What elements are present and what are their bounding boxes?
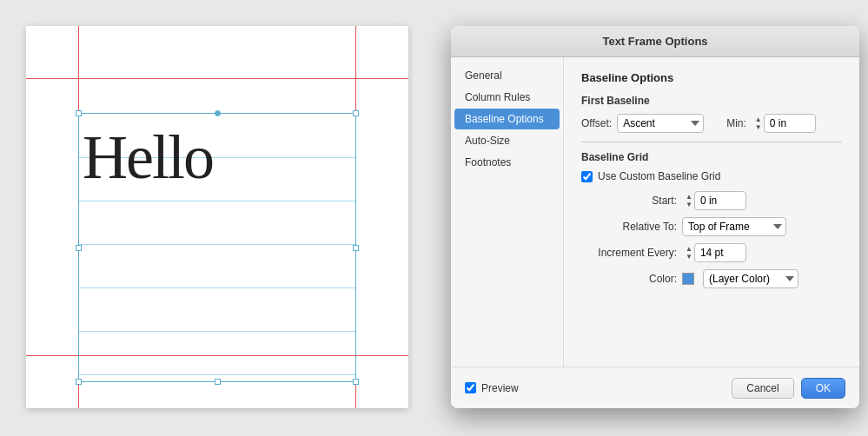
baseline-line-2	[79, 201, 355, 201]
increment-row: Increment Every: ▲ ▼	[581, 243, 842, 262]
offset-row: Offset: Ascent Cap Height Leading x Heig…	[581, 114, 842, 133]
footer-buttons: Cancel OK	[732, 378, 845, 399]
color-row: Color: (Layer Color) Black Blue Red	[581, 269, 842, 288]
baseline-line-5	[79, 331, 355, 332]
min-spinner-arrows[interactable]: ▲ ▼	[753, 116, 764, 131]
handle-bottom-right[interactable]	[353, 379, 359, 385]
ok-button[interactable]: OK	[801, 378, 845, 399]
start-row: Start: ▲ ▼	[581, 191, 842, 210]
start-up-arrow[interactable]: ▲	[684, 193, 694, 201]
preview-label: Preview	[481, 382, 519, 394]
start-spinner: ▲ ▼	[682, 191, 746, 210]
dialog-titlebar: Text Frame Options	[451, 26, 859, 57]
hello-text: Hello	[83, 122, 213, 194]
main-content: Baseline Options First Baseline Offset: …	[564, 57, 859, 367]
divider	[581, 142, 842, 142]
min-label: Min:	[726, 117, 746, 129]
offset-label: Offset:	[581, 117, 612, 129]
handle-middle-right[interactable]	[353, 245, 359, 251]
relative-to-row: Relative To: Top of Frame Top of Page To…	[581, 217, 842, 236]
min-spinner: ▲ ▼	[752, 114, 816, 133]
color-label: Color:	[581, 273, 677, 285]
margin-top-line	[26, 78, 408, 79]
sidebar-item-general[interactable]: General	[454, 65, 560, 86]
start-input[interactable]	[694, 191, 746, 210]
section-title: Baseline Options	[581, 71, 842, 84]
baseline-line-4	[79, 287, 355, 288]
dialog-footer: Preview Cancel OK	[451, 367, 859, 408]
color-select[interactable]: (Layer Color) Black Blue Red	[703, 269, 798, 288]
use-custom-row: Use Custom Baseline Grid	[581, 170, 842, 182]
increment-label: Increment Every:	[581, 247, 677, 259]
use-custom-label: Use Custom Baseline Grid	[598, 170, 720, 182]
handle-top-left[interactable]	[76, 110, 82, 116]
baseline-line-6	[79, 374, 355, 375]
start-spinner-arrows[interactable]: ▲ ▼	[684, 193, 694, 208]
sidebar-item-auto-size[interactable]: Auto-Size	[454, 130, 560, 151]
text-frame-options-dialog: Text Frame Options General Column Rules …	[451, 26, 859, 408]
increment-spinner-arrows[interactable]: ▲ ▼	[684, 245, 694, 261]
canvas-page: Hello	[26, 26, 408, 408]
sidebar-item-footnotes[interactable]: Footnotes	[454, 152, 560, 173]
handle-bottom-center[interactable]	[215, 379, 221, 385]
handle-bottom-left[interactable]	[76, 379, 82, 385]
use-custom-checkbox[interactable]	[581, 171, 593, 182]
start-down-arrow[interactable]: ▼	[684, 201, 694, 208]
relative-to-label: Relative To:	[581, 221, 677, 233]
baseline-grid-title: Baseline Grid	[581, 151, 842, 163]
handle-middle-left[interactable]	[76, 245, 82, 251]
relative-to-select[interactable]: Top of Frame Top of Page Top of Margin	[682, 217, 786, 236]
baseline-line-3	[79, 244, 355, 245]
sidebar-item-baseline-options[interactable]: Baseline Options	[454, 109, 560, 129]
increment-down-arrow[interactable]: ▼	[684, 253, 694, 261]
sidebar-item-column-rules[interactable]: Column Rules	[454, 87, 560, 108]
increment-spinner: ▲ ▼	[682, 243, 746, 262]
first-baseline-title: First Baseline	[581, 95, 842, 107]
offset-select[interactable]: Ascent Cap Height Leading x Height Fixed	[617, 114, 704, 133]
footer-left: Preview	[465, 382, 519, 394]
preview-checkbox[interactable]	[465, 382, 476, 393]
min-down-arrow[interactable]: ▼	[753, 123, 764, 131]
start-label: Start:	[581, 195, 677, 207]
handle-top-center[interactable]	[215, 110, 221, 116]
min-up-arrow[interactable]: ▲	[753, 116, 764, 123]
min-input[interactable]	[764, 114, 816, 133]
cancel-button[interactable]: Cancel	[732, 378, 793, 399]
increment-up-arrow[interactable]: ▲	[684, 245, 694, 253]
handle-top-right[interactable]	[353, 110, 359, 116]
increment-input[interactable]	[694, 243, 746, 262]
color-swatch	[682, 273, 694, 285]
dialog-sidebar: General Column Rules Baseline Options Au…	[451, 57, 564, 367]
dialog-title: Text Frame Options	[602, 35, 707, 48]
dialog-body: General Column Rules Baseline Options Au…	[451, 57, 859, 367]
